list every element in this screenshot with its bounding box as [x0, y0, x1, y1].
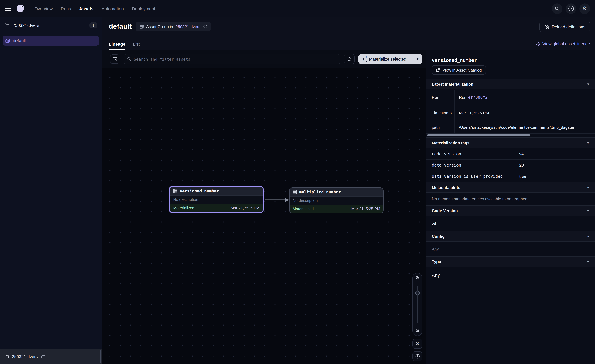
- tab-lineage[interactable]: Lineage: [109, 42, 125, 50]
- tab-list[interactable]: List: [133, 42, 140, 50]
- asset-group-icon: [5, 38, 10, 43]
- section-materialization-tags[interactable]: Materialization tags ▼: [426, 138, 595, 148]
- external-link-icon: [436, 68, 440, 72]
- sidebar-footer-repo[interactable]: 250321-dvers: [0, 349, 102, 364]
- row-label: Run: [426, 90, 455, 105]
- tag-row: code_version v4: [426, 148, 595, 160]
- asset-node-description: No description: [170, 196, 263, 204]
- asset-search-box: [123, 54, 340, 64]
- section-latest-materialization[interactable]: Latest materialization ▼: [426, 79, 595, 89]
- zoom-out-icon: [415, 328, 420, 333]
- collapse-panel-button[interactable]: [110, 54, 120, 64]
- materialize-selected-button[interactable]: ✦✦✦ Materialize selected: [358, 57, 413, 61]
- view-tabs: Lineage List: [109, 42, 140, 50]
- graph-settings-button[interactable]: ⚙: [412, 339, 422, 349]
- tag-key: data_version: [426, 160, 515, 171]
- asset-node-description: No description: [290, 196, 383, 205]
- zoom-slider[interactable]: [413, 283, 422, 326]
- asset-search-input[interactable]: [134, 57, 337, 61]
- dagster-logo-icon[interactable]: [16, 4, 26, 14]
- asset-node-name: versioned_number: [180, 189, 219, 193]
- tag-row: data_version 20: [426, 160, 595, 171]
- hamburger-menu-icon[interactable]: [5, 7, 11, 11]
- view-global-asset-lineage-link[interactable]: View global asset lineage: [536, 42, 590, 46]
- download-icon: [415, 354, 420, 358]
- horizontal-scrollbar-thumb[interactable]: [427, 134, 530, 136]
- folder-icon: [4, 23, 9, 28]
- app-window: Overview Runs Assets Automation Deployme…: [0, 0, 595, 364]
- lineage-graph-icon: [536, 42, 540, 46]
- table-icon: [293, 190, 297, 194]
- sidebar-group-row[interactable]: 250321-dvers 1: [0, 17, 102, 33]
- view-in-asset-catalog-label: View in Asset Catalog: [442, 68, 482, 72]
- view-in-asset-catalog-button[interactable]: View in Asset Catalog: [432, 65, 486, 75]
- main-nav: Overview Runs Assets Automation Deployme…: [34, 6, 155, 11]
- tag-value: v4: [515, 148, 595, 159]
- run-prefix: Run: [459, 95, 467, 100]
- run-id-link[interactable]: ef7800f2: [468, 95, 488, 100]
- sidebar-item-default[interactable]: default: [2, 36, 99, 46]
- row-label: Timestamp: [426, 105, 455, 121]
- nav-item-automation[interactable]: Automation: [102, 6, 124, 11]
- section-heading: Materialization tags: [432, 140, 469, 145]
- tag-key: code_version: [426, 148, 515, 159]
- sidebar-item-label: default: [13, 38, 26, 43]
- settings-gear-icon[interactable]: ⚙: [579, 3, 590, 14]
- search-icon[interactable]: [552, 3, 562, 14]
- reload-cube-icon: [544, 24, 549, 29]
- nav-item-assets[interactable]: Assets: [79, 6, 93, 11]
- tag-key: data_version_is_user_provided: [426, 171, 515, 182]
- reload-definitions-button[interactable]: Reload definitions: [539, 21, 590, 32]
- asset-node-name: multiplied_number: [299, 190, 341, 194]
- section-type[interactable]: Type ▼: [426, 256, 595, 267]
- help-icon[interactable]: ?: [566, 3, 576, 14]
- type-value: Any: [432, 273, 440, 278]
- section-config[interactable]: Config ▼: [426, 231, 595, 242]
- section-code-version[interactable]: Code Version ▼: [426, 205, 595, 216]
- badge-repo-link[interactable]: 250321-dvers: [176, 24, 200, 29]
- page-title: default: [109, 22, 132, 31]
- refresh-icon[interactable]: [41, 355, 45, 359]
- tag-value: 20: [515, 160, 595, 171]
- table-row: Timestamp Mar 21, 5:25 PM: [426, 105, 595, 121]
- folder-icon: [4, 354, 9, 359]
- metadata-plots-empty-text: No numeric metadata entries available to…: [432, 196, 529, 201]
- path-link[interactable]: /Users/smackesey/stm/code/elementl/exper…: [459, 125, 574, 130]
- nav-item-runs[interactable]: Runs: [61, 6, 71, 11]
- materialize-dropdown-caret[interactable]: ▼: [413, 54, 422, 64]
- chevron-down-icon: ▼: [587, 186, 590, 189]
- refresh-icon[interactable]: [203, 24, 207, 29]
- sidebar-footer-label: 250321-dvers: [12, 354, 38, 359]
- materialized-timestamp: Mar 21, 5:25 PM: [351, 207, 380, 211]
- nav-item-overview[interactable]: Overview: [34, 6, 53, 11]
- tag-row: data_version_is_user_provided true: [426, 171, 595, 182]
- zoom-in-button[interactable]: [413, 273, 422, 283]
- nav-item-deployment[interactable]: Deployment: [132, 6, 155, 11]
- lineage-edge-arrow: [265, 197, 290, 203]
- panel-toggle-icon: [112, 57, 117, 61]
- sidebar-group-label: 250321-dvers: [13, 23, 86, 28]
- materialize-selected-split-button: ✦✦✦ Materialize selected ▼: [358, 54, 422, 64]
- chevron-down-icon: ▼: [587, 260, 590, 263]
- row-label: path: [426, 121, 455, 133]
- lineage-graph-canvas[interactable]: ✦✦✦ Materialize selected ▼ versioned_num…: [102, 50, 426, 364]
- asset-groups-sidebar: 250321-dvers 1 default 250321-dvers: [0, 17, 102, 364]
- sidebar-group-count-badge: 1: [90, 22, 97, 28]
- chevron-down-icon: ▼: [587, 234, 590, 238]
- download-graph-button[interactable]: [412, 351, 422, 361]
- table-row: path /Users/smackesey/stm/code/elementl/…: [426, 121, 595, 134]
- section-metadata-plots[interactable]: Metadata plots ▼: [426, 182, 595, 193]
- asset-node-versioned-number[interactable]: versioned_number No description Material…: [169, 186, 264, 213]
- zoom-out-button[interactable]: [413, 326, 422, 336]
- asset-group-badge: Asset Group in 250321-dvers: [135, 22, 211, 31]
- section-heading: Latest materialization: [432, 82, 473, 86]
- timestamp-value: Mar 21, 5:25 PM: [455, 105, 595, 121]
- asset-node-multiplied-number[interactable]: multiplied_number No description Materia…: [289, 188, 384, 213]
- reload-definitions-label: Reload definitions: [552, 25, 585, 29]
- top-navbar: Overview Runs Assets Automation Deployme…: [0, 0, 595, 17]
- sidebar-scrollbar[interactable]: [100, 350, 101, 363]
- section-heading: Type: [432, 259, 441, 264]
- refresh-graph-button[interactable]: [344, 54, 354, 64]
- zoom-slider-thumb[interactable]: [415, 291, 420, 295]
- badge-prefix: Asset Group in: [146, 24, 173, 29]
